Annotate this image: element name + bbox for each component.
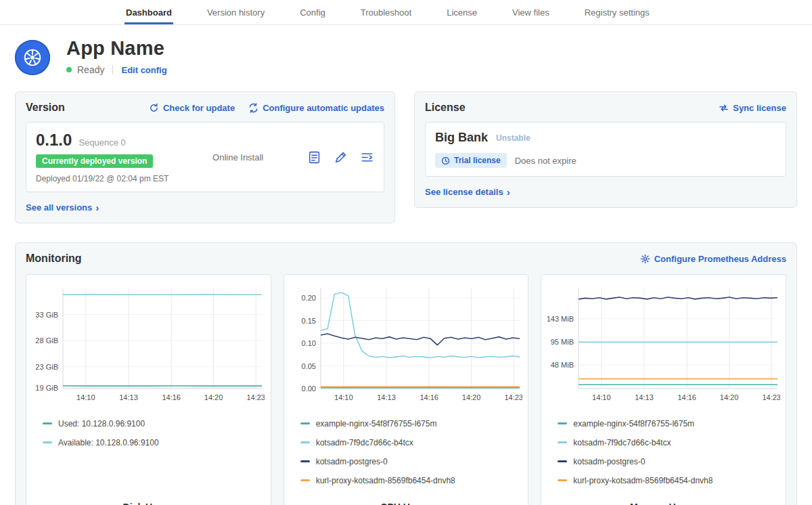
chart-title-memory: Memory Usage (547, 492, 780, 505)
chart-card-cpu-usage: 0.000.050.100.150.2014:1014:1314:1614:20… (284, 274, 529, 505)
top-nav: Dashboard Version history Config Trouble… (0, 0, 812, 25)
monitoring-header: Monitoring Configure Prometheus Address (26, 252, 786, 265)
svg-text:14:16: 14:16 (420, 393, 438, 401)
see-license-details-link[interactable]: See license details › (425, 186, 510, 198)
legend-item: example-nginx-54f8f76755-l675m (300, 416, 523, 431)
tab-config[interactable]: Config (282, 0, 343, 24)
chart-title-cpu: CPU Usage (290, 492, 523, 505)
license-channel: Unstable (496, 133, 531, 143)
chevron-right-icon: › (507, 186, 510, 198)
tab-label: Version history (207, 7, 265, 18)
legend-item: kurl-proxy-kotsadm-8569fb6454-dnvh8 (558, 473, 780, 487)
legend-swatch (43, 422, 52, 424)
sync-license-link[interactable]: Sync license (719, 103, 786, 113)
app-header: App Name Ready Edit config (0, 25, 812, 75)
auto-update-icon (248, 103, 258, 113)
svg-text:0.05: 0.05 (302, 362, 316, 370)
tab-label: Config (300, 7, 325, 18)
configure-prometheus-link[interactable]: Configure Prometheus Address (640, 254, 786, 264)
license-customer-name: Big Bank (435, 131, 488, 145)
deployed-status-badge: Currently deployed version (36, 154, 153, 168)
legend-swatch (300, 479, 310, 481)
sync-icon (719, 103, 729, 113)
svg-text:14:23: 14:23 (504, 393, 522, 401)
legend-label: example-nginx-54f8f76755-l675m (573, 419, 694, 429)
check-for-update-link[interactable]: Check for update (149, 103, 235, 113)
edit-config-link[interactable]: Edit config (121, 65, 166, 75)
see-all-versions-link[interactable]: See all versions › (26, 202, 99, 213)
svg-text:48 MiB: 48 MiB (550, 361, 573, 369)
version-info: 0.1.0 Sequence 0 Currently deployed vers… (36, 131, 168, 183)
install-type-label: Online Install (212, 152, 263, 162)
tab-label: View files (512, 7, 549, 18)
clock-icon (441, 156, 450, 165)
configure-automatic-updates-link[interactable]: Configure automatic updates (248, 103, 384, 113)
legend-item: kotsadm-postgres-0 (300, 454, 523, 468)
gear-icon (640, 254, 650, 264)
svg-text:33 GiB: 33 GiB (36, 311, 59, 319)
divider (112, 65, 113, 74)
sync-license-label: Sync license (733, 103, 786, 113)
tab-license[interactable]: License (429, 0, 495, 24)
legend-item: Used: 10.128.0.96:9100 (43, 416, 265, 431)
svg-text:14:23: 14:23 (247, 393, 265, 401)
version-number-row: 0.1.0 Sequence 0 (36, 131, 168, 150)
release-notes-icon[interactable] (307, 150, 321, 164)
tab-label: Troubleshoot (361, 7, 411, 18)
version-number: 0.1.0 (36, 131, 72, 150)
tab-dashboard[interactable]: Dashboard (108, 0, 189, 24)
svg-text:28 GiB: 28 GiB (36, 336, 59, 345)
trial-license-badge: Trial license (435, 153, 507, 168)
version-card-header: Version Check for update Configure autom… (26, 102, 384, 114)
svg-text:0.00: 0.00 (302, 385, 316, 393)
tab-label: Dashboard (126, 7, 172, 18)
legend-label: kotsadm-postgres-0 (573, 457, 645, 466)
memory-usage-legend: example-nginx-54f8f76755-l675mkotsadm-7f… (547, 406, 780, 492)
legend-item: example-nginx-54f8f76755-l675m (558, 416, 780, 431)
svg-text:14:10: 14:10 (592, 393, 611, 401)
legend-label: kotsadm-7f9dc7d66c-b4tcx (573, 438, 671, 447)
legend-swatch (558, 422, 567, 424)
legend-label: Used: 10.128.0.96:9100 (58, 419, 145, 429)
cpu-usage-chart: 0.000.050.100.150.2014:1014:1314:1614:20… (290, 283, 522, 406)
legend-label: example-nginx-54f8f76755-l675m (316, 419, 437, 429)
monitoring-section: Monitoring Configure Prometheus Address … (15, 242, 797, 505)
svg-text:0.20: 0.20 (302, 294, 316, 302)
version-action-icons (307, 150, 374, 164)
tab-troubleshoot[interactable]: Troubleshoot (343, 0, 429, 24)
app-status-row: Ready Edit config (66, 64, 167, 75)
svg-text:14:20: 14:20 (204, 393, 223, 401)
license-card-title: License (425, 102, 466, 114)
kubernetes-logo-icon (15, 40, 50, 75)
legend-label: Available: 10.128.0.96:9100 (58, 438, 159, 447)
chevron-right-icon: › (95, 202, 99, 213)
svg-text:14:13: 14:13 (120, 393, 139, 401)
legend-label: kurl-proxy-kotsadm-8569fb6454-dnvh8 (573, 476, 713, 485)
svg-text:14:16: 14:16 (677, 393, 696, 401)
svg-text:0.10: 0.10 (302, 339, 316, 347)
cpu-usage-legend: example-nginx-54f8f76755-l675mkotsadm-7f… (290, 406, 523, 492)
svg-text:23 GiB: 23 GiB (36, 363, 59, 371)
svg-text:14:13: 14:13 (635, 393, 654, 401)
edit-config-pencil-icon[interactable] (334, 150, 348, 164)
version-sequence: Sequence 0 (78, 137, 125, 148)
tab-view-files[interactable]: View files (495, 0, 567, 24)
tab-registry-settings[interactable]: Registry settings (567, 0, 667, 24)
deployed-timestamp: Deployed 01/19/22 @ 02:04 pm EST (36, 174, 168, 183)
version-card: Version Check for update Configure autom… (15, 91, 395, 223)
svg-text:14:20: 14:20 (720, 393, 739, 401)
check-for-update-label: Check for update (163, 103, 235, 113)
svg-text:14:16: 14:16 (162, 393, 181, 401)
legend-swatch (300, 441, 310, 443)
license-name-row: Big Bank Unstable (435, 131, 776, 145)
legend-swatch (300, 422, 310, 424)
deploy-logs-icon[interactable] (360, 150, 374, 164)
disk-usage-legend: Used: 10.128.0.96:9100Available: 10.128.… (32, 406, 265, 454)
ready-status-dot (66, 67, 72, 72)
summary-cards-row: Version Check for update Configure autom… (0, 75, 812, 223)
tab-version-history[interactable]: Version history (189, 0, 282, 24)
svg-text:14:20: 14:20 (462, 393, 481, 401)
version-card-title: Version (26, 102, 65, 114)
svg-text:19 GiB: 19 GiB (36, 384, 59, 392)
monitoring-title: Monitoring (26, 252, 82, 265)
